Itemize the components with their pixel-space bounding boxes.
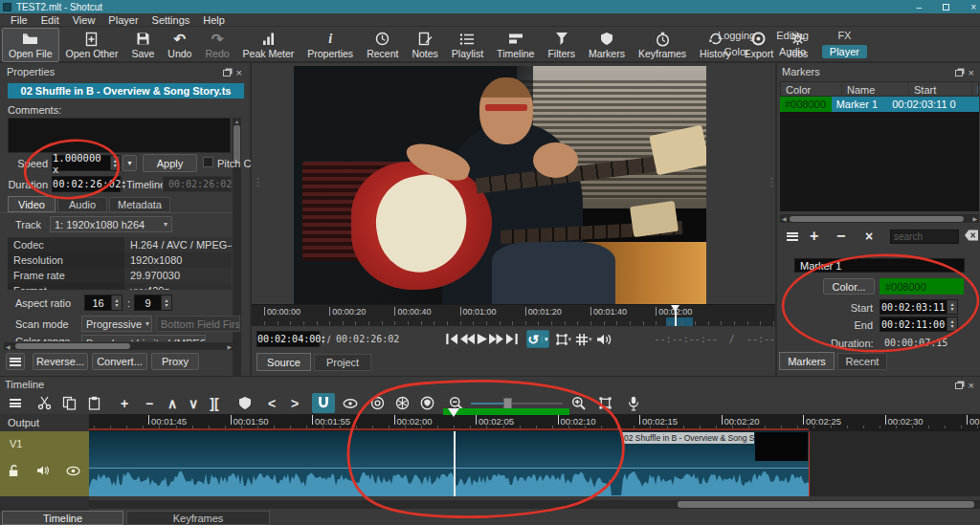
output-track-header[interactable]: Output xyxy=(0,414,89,431)
zoom-fit-player-button[interactable]: ▾ xyxy=(555,330,572,348)
menu-settings[interactable]: Settings xyxy=(145,14,197,26)
aspect-width-field[interactable]: 16 ▴▾ xyxy=(84,295,122,311)
player-position-field[interactable]: 00:02:04:00 ▴▾ xyxy=(256,331,320,347)
timeline-clip[interactable]: 02 Shuffle in B - Overview & Song Story.… xyxy=(89,431,809,496)
ripple-markers-toggle[interactable] xyxy=(415,393,438,413)
tab-audio[interactable]: Audio xyxy=(57,197,107,212)
zoom-fit-button[interactable] xyxy=(593,393,616,413)
tab-recent[interactable]: Recent xyxy=(837,353,887,370)
scan-mode-dropdown[interactable]: Progressive▾ xyxy=(81,316,152,332)
comments-textarea[interactable] xyxy=(8,118,231,153)
tab-keyframes[interactable]: Keyframes xyxy=(126,511,270,525)
float-panel-icon[interactable] xyxy=(955,383,963,389)
snap-toggle[interactable] xyxy=(312,393,335,413)
peak-meter-button[interactable]: Peak Meter xyxy=(236,28,301,62)
overwrite-button[interactable]: ∨ xyxy=(182,393,205,413)
left-splitter-handle[interactable]: ⋮ xyxy=(253,176,263,188)
timeline-menu-button[interactable] xyxy=(4,393,27,413)
fast-forward-button[interactable] xyxy=(488,330,504,348)
tab-project[interactable]: Project xyxy=(314,354,371,371)
markers-horizontal-scrollbar[interactable]: ◀ ▶ xyxy=(780,214,979,223)
markers-menu-button[interactable] xyxy=(783,228,802,245)
paste-button[interactable] xyxy=(82,393,105,413)
mute-track-icon[interactable] xyxy=(36,465,50,478)
rewind-button[interactable] xyxy=(459,330,476,348)
clear-search-icon[interactable] xyxy=(964,229,979,244)
timeline-ruler[interactable]: 00:01:4500:01:5000:01:5500:02:0000:02:05… xyxy=(89,414,980,431)
layout-editing[interactable]: Editing xyxy=(768,29,816,42)
tab-video[interactable]: Video xyxy=(8,196,56,212)
aspect-height-field[interactable]: 9 ▴▾ xyxy=(134,295,172,311)
properties-button[interactable]: iProperties xyxy=(301,28,360,62)
marker-color-button[interactable]: Color... xyxy=(823,278,875,295)
color-range-dropdown[interactable]: Broadcast Limited (MPEG)▾ xyxy=(81,335,206,341)
ripple-all-tracks-toggle[interactable] xyxy=(390,393,413,413)
lift-button[interactable]: ∧ xyxy=(161,393,184,413)
menu-player[interactable]: Player xyxy=(101,14,145,26)
keyframes-button[interactable]: Keyframes xyxy=(632,28,693,62)
reverse-button[interactable]: Reverse... xyxy=(33,353,88,370)
properties-menu-button[interactable] xyxy=(6,353,25,370)
open-other-button[interactable]: Open Other xyxy=(59,28,125,62)
close-panel-icon[interactable]: × xyxy=(969,380,974,391)
speed-preset-dropdown[interactable]: ▾ xyxy=(122,155,137,171)
redo-button[interactable]: ↷Redo xyxy=(198,28,235,62)
speed-spinner[interactable]: ▴▾ xyxy=(110,156,120,170)
proxy-button[interactable]: Proxy xyxy=(151,353,199,370)
grid-button[interactable]: ▾ xyxy=(575,330,592,348)
remove-marker-button[interactable]: − xyxy=(836,228,845,245)
close-button[interactable]: × xyxy=(970,2,976,12)
layout-logging[interactable]: Logging xyxy=(710,29,763,42)
undo-button[interactable]: ↶Undo xyxy=(161,28,198,62)
maximize-button[interactable] xyxy=(943,4,949,11)
layout-audio[interactable]: Audio xyxy=(771,45,813,58)
tab-timeline[interactable]: Timeline xyxy=(2,511,123,525)
menu-help[interactable]: Help xyxy=(196,14,232,26)
clear-markers-button[interactable]: × xyxy=(865,229,873,244)
append-button[interactable]: + xyxy=(113,393,136,413)
ripple-toggle[interactable] xyxy=(366,393,389,413)
skip-previous-button[interactable] xyxy=(445,330,459,348)
next-marker-button[interactable]: > xyxy=(283,393,306,413)
open-file-button[interactable]: Open File xyxy=(2,28,59,62)
save-button[interactable]: Save xyxy=(124,28,161,62)
minimize-button[interactable]: – xyxy=(917,2,923,12)
record-audio-button[interactable] xyxy=(622,393,645,413)
filters-button[interactable]: Filters xyxy=(541,28,582,62)
timeline-marker-range[interactable] xyxy=(443,408,569,415)
split-button[interactable]: ][ xyxy=(203,393,226,413)
timeline-button[interactable]: Timeline xyxy=(490,28,541,62)
lock-track-icon[interactable] xyxy=(8,464,20,479)
hide-track-icon[interactable] xyxy=(66,466,80,478)
tab-metadata[interactable]: Metadata xyxy=(109,197,170,212)
menu-view[interactable]: View xyxy=(66,14,102,26)
close-panel-icon[interactable]: × xyxy=(969,67,974,78)
apply-button[interactable]: Apply xyxy=(143,154,197,172)
properties-horizontal-scrollbar[interactable]: ◀ ▶ xyxy=(4,342,234,350)
skip-next-button[interactable] xyxy=(504,330,519,348)
track-header-v1[interactable]: V1 xyxy=(0,431,89,496)
marker-name-field[interactable]: Marker 1 xyxy=(794,258,965,273)
layout-player[interactable]: Player xyxy=(822,45,867,58)
ripple-delete-button[interactable]: − xyxy=(138,393,161,413)
pitch-compensation-checkbox[interactable] xyxy=(203,157,213,167)
playlist-button[interactable]: Playlist xyxy=(445,28,490,62)
convert-button[interactable]: Convert... xyxy=(92,353,147,370)
tab-source[interactable]: Source xyxy=(256,353,311,371)
timeline-horizontal-scrollbar[interactable] xyxy=(89,500,980,509)
loop-button[interactable]: ↺ ▾ xyxy=(526,330,548,348)
recent-button[interactable]: Recent xyxy=(360,28,405,62)
scrub-while-dragging-toggle[interactable] xyxy=(339,393,362,413)
layout-color[interactable]: Color xyxy=(716,45,756,58)
player-scrubber[interactable]: 00:00:0000:00:2000:00:4000:01:0000:01:20… xyxy=(252,304,775,326)
duration-spinner[interactable]: ▴▾ xyxy=(122,177,125,191)
markers-button[interactable]: Markers xyxy=(582,28,632,62)
previous-marker-button[interactable]: < xyxy=(260,393,283,413)
copy-button[interactable] xyxy=(57,393,80,413)
layout-fx[interactable]: FX xyxy=(830,29,858,42)
speed-field[interactable]: 1.000000 x ▴▾ xyxy=(52,155,121,171)
volume-button[interactable] xyxy=(596,330,612,348)
marker-start-field[interactable]: 00:02:03:11 ▴▾ xyxy=(880,299,958,315)
float-panel-icon[interactable] xyxy=(223,70,231,77)
float-panel-icon[interactable] xyxy=(955,70,963,77)
